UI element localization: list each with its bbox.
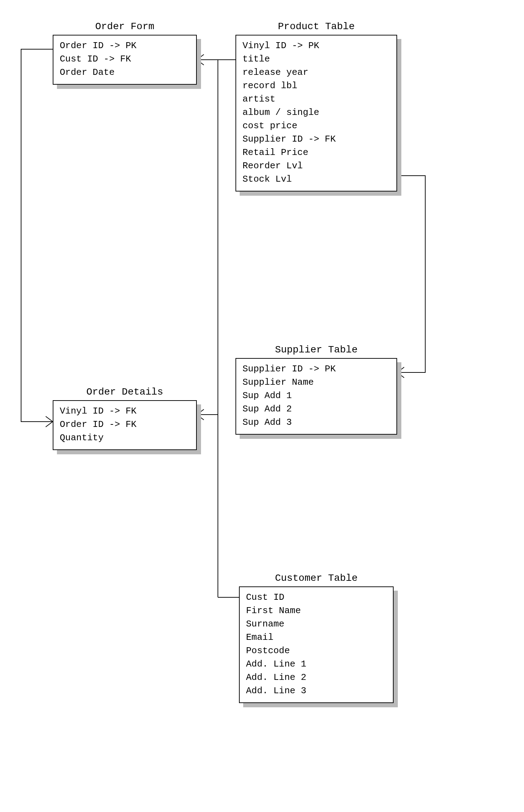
svg-line-2 xyxy=(46,422,53,427)
field: Order ID -> FK xyxy=(60,418,190,431)
field: title xyxy=(242,52,390,66)
entity-box: Order ID -> PK Cust ID -> FK Order Date xyxy=(53,35,197,85)
field: cost price xyxy=(242,119,390,132)
field: record lbl xyxy=(242,79,390,92)
entity-box: Vinyl ID -> PK title release year record… xyxy=(235,35,397,191)
field: release year xyxy=(242,66,390,79)
entity-title: Product Table xyxy=(235,21,397,32)
entity-order-form: Order Form Order ID -> PK Cust ID -> FK … xyxy=(53,21,197,85)
entity-title: Order Details xyxy=(53,386,197,397)
field: Reorder Lvl xyxy=(242,159,390,173)
field: First Name xyxy=(246,604,387,617)
field: artist xyxy=(242,92,390,106)
field: Cust ID -> FK xyxy=(60,52,190,66)
er-diagram-canvas: Order Form Order ID -> PK Cust ID -> FK … xyxy=(0,0,524,812)
field: Email xyxy=(246,631,387,644)
entity-box: Vinyl ID -> FK Order ID -> FK Quantity xyxy=(53,400,197,450)
entity-supplier-table: Supplier Table Supplier ID -> PK Supplie… xyxy=(235,344,397,435)
svg-line-0 xyxy=(46,416,53,422)
field: Sup Add 1 xyxy=(242,389,390,402)
field: Vinyl ID -> PK xyxy=(242,39,390,52)
entity-box: Supplier ID -> PK Supplier Name Sup Add … xyxy=(235,358,397,435)
field: Vinyl ID -> FK xyxy=(60,404,190,418)
field: Supplier ID -> PK xyxy=(242,362,390,376)
entity-title: Order Form xyxy=(53,21,197,32)
field: Add. Line 3 xyxy=(246,684,387,697)
field: Sup Add 3 xyxy=(242,416,390,429)
field: Surname xyxy=(246,617,387,631)
field: Stock Lvl xyxy=(242,173,390,186)
field: Supplier ID -> FK xyxy=(242,132,390,146)
field: album / single xyxy=(242,106,390,119)
field: Add. Line 2 xyxy=(246,671,387,684)
field: Order Date xyxy=(60,66,190,79)
entity-order-details: Order Details Vinyl ID -> FK Order ID ->… xyxy=(53,386,197,450)
field: Supplier Name xyxy=(242,376,390,389)
field: Cust ID xyxy=(246,591,387,604)
field: Sup Add 2 xyxy=(242,402,390,416)
entity-title: Supplier Table xyxy=(235,344,397,355)
entity-box: Cust ID First Name Surname Email Postcod… xyxy=(239,586,394,703)
field: Postcode xyxy=(246,644,387,657)
field: Retail Price xyxy=(242,146,390,159)
field: Order ID -> PK xyxy=(60,39,190,52)
field: Add. Line 1 xyxy=(246,657,387,671)
field: Quantity xyxy=(60,431,190,444)
entity-customer-table: Customer Table Cust ID First Name Surnam… xyxy=(239,573,394,703)
entity-title: Customer Table xyxy=(239,573,394,584)
entity-product-table: Product Table Vinyl ID -> PK title relea… xyxy=(235,21,397,191)
